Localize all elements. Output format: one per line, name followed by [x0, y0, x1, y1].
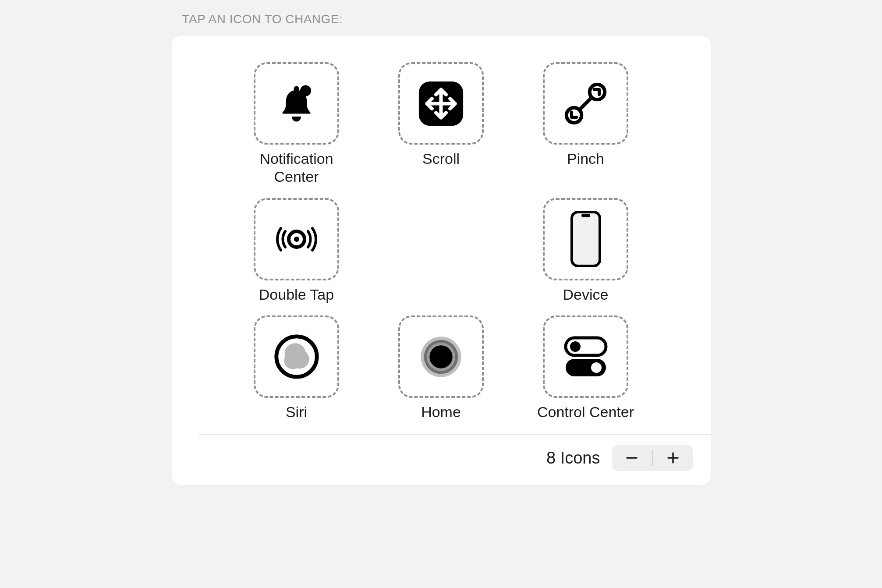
- svg-rect-9: [572, 212, 600, 266]
- siri-tile[interactable]: [254, 315, 339, 398]
- home-button-icon: [418, 334, 464, 380]
- siri-icon: [273, 333, 321, 381]
- stepper-decrement-button[interactable]: [612, 445, 652, 471]
- icon-slot-double-tap: Double Tap: [244, 198, 349, 304]
- svg-point-20: [570, 341, 581, 352]
- svg-point-6: [590, 84, 605, 99]
- notification-center-tile[interactable]: [254, 62, 339, 145]
- svg-point-5: [567, 107, 582, 123]
- icon-grid: Notification Center: [172, 36, 711, 434]
- toggles-icon: [560, 333, 612, 381]
- minus-icon: [625, 451, 638, 464]
- icon-slot-home: Home: [389, 315, 494, 421]
- customize-panel: Notification Center: [172, 36, 711, 485]
- icon-label: Device: [563, 286, 609, 304]
- section-header: TAP AN ICON TO CHANGE:: [172, 0, 711, 36]
- double-tap-tile[interactable]: [254, 198, 339, 280]
- icon-slot-device: Device: [533, 198, 638, 304]
- stepper-increment-button[interactable]: [653, 445, 693, 471]
- icon-slot-siri: Siri: [244, 315, 349, 421]
- scroll-arrows-icon: [416, 78, 466, 129]
- svg-point-18: [429, 345, 453, 368]
- icon-label: Notification Center: [244, 150, 349, 186]
- icon-slot-empty: [389, 198, 494, 304]
- icon-label: Scroll: [422, 150, 460, 168]
- icon-count-label: 8 Icons: [546, 449, 600, 468]
- double-tap-icon: [270, 217, 323, 261]
- bell-badge-icon: [273, 81, 319, 127]
- icon-slot-scroll: Scroll: [389, 62, 494, 186]
- icon-label: Home: [421, 403, 461, 421]
- svg-point-14: [284, 352, 301, 369]
- svg-point-22: [591, 362, 602, 373]
- svg-point-0: [300, 85, 311, 96]
- pinch-icon: [560, 78, 611, 129]
- icon-slot-control-center: Control Center: [533, 315, 638, 421]
- icon-label: Control Center: [537, 403, 634, 421]
- home-tile[interactable]: [398, 315, 484, 398]
- svg-point-8: [294, 237, 299, 242]
- icon-slot-notification-center: Notification Center: [244, 62, 349, 186]
- stepper-row: 8 Icons: [172, 435, 711, 485]
- svg-rect-10: [581, 214, 590, 217]
- icon-count-stepper: [612, 445, 693, 471]
- icon-label: Pinch: [567, 150, 604, 168]
- icon-label: Double Tap: [259, 286, 334, 304]
- icon-slot-pinch: Pinch: [533, 62, 638, 186]
- settings-screen: TAP AN ICON TO CHANGE: Notification Cent…: [163, 0, 719, 485]
- device-tile[interactable]: [543, 198, 628, 280]
- scroll-tile[interactable]: [398, 62, 484, 145]
- iphone-icon: [568, 209, 603, 269]
- icon-label: Siri: [286, 403, 307, 421]
- pinch-tile[interactable]: [543, 62, 628, 145]
- control-center-tile[interactable]: [543, 315, 628, 398]
- plus-icon: [666, 451, 680, 464]
